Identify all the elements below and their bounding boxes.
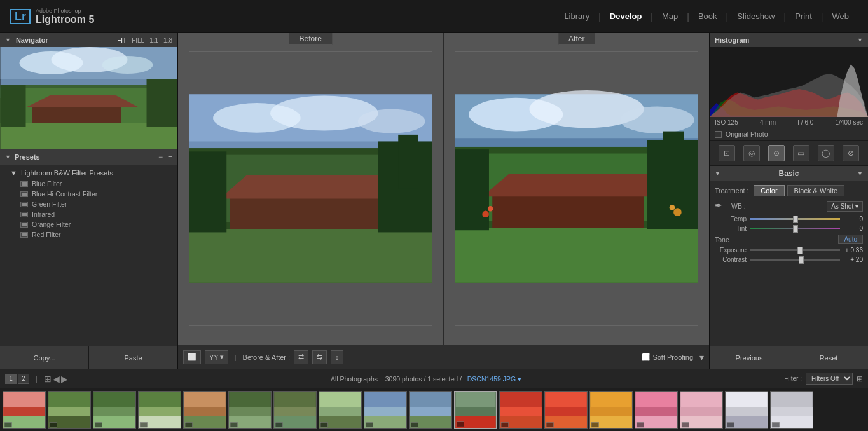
preset-orange-filter[interactable]: Orange Filter	[0, 219, 177, 229]
filmstrip-thumb-6[interactable]	[273, 391, 317, 429]
preset-group-label: Lightroom B&W Filter Presets	[21, 169, 113, 177]
navigator-collapse-icon[interactable]: ▼	[5, 37, 11, 43]
svg-rect-11	[147, 79, 177, 127]
svg-point-17	[357, 109, 425, 133]
app-name-container: Adobe Photoshop Lightroom 5	[36, 8, 94, 25]
filmstrip-thumb-5[interactable]	[228, 391, 272, 429]
filmstrip-thumb-16[interactable]	[725, 391, 768, 429]
swap-btn[interactable]: ⇄	[294, 350, 308, 364]
filmstrip-thumb-15[interactable]	[680, 391, 723, 429]
basic-collapse-icon[interactable]: ▼	[715, 170, 720, 177]
filter-dropdown[interactable]: Filters Off	[806, 373, 853, 385]
color-btn[interactable]: Color	[754, 185, 784, 196]
svg-rect-72	[275, 422, 283, 427]
filmstrip-thumb-2[interactable]	[93, 391, 136, 429]
view-loupe-btn[interactable]: ⬜	[183, 350, 201, 364]
basic-content: Treatment : Color Black & White ✒ WB : A…	[710, 181, 868, 270]
filmstrip-thumb-7[interactable]	[319, 391, 362, 429]
filmstrip-thumb-12[interactable]	[544, 391, 588, 429]
crop-tool[interactable]: ⊡	[719, 145, 735, 161]
filmstrip-thumb-11[interactable]	[499, 391, 542, 429]
copy-settings-btn[interactable]: ⇆	[312, 350, 327, 364]
filmstrip-thumb-10[interactable]	[454, 391, 497, 429]
toolbar-dropdown-btn[interactable]: ▾	[699, 352, 704, 362]
page-2[interactable]: 2	[18, 374, 29, 384]
preset-blue-filter[interactable]: Blue Filter	[0, 179, 177, 189]
nav-library[interactable]: Library	[555, 9, 598, 24]
auto-btn[interactable]: Auto	[838, 235, 863, 244]
page-1[interactable]: 1	[5, 374, 17, 384]
nav-slideshow[interactable]: Slideshow	[728, 9, 783, 24]
histogram-collapse-icon[interactable]: ▼	[857, 37, 863, 43]
temp-label: Temp	[715, 216, 747, 222]
copy-button[interactable]: Copy...	[0, 346, 88, 369]
preset-infrared[interactable]: Infrared	[0, 209, 177, 219]
soft-proofing-checkbox[interactable]	[642, 353, 650, 361]
filmstrip-thumb-1[interactable]	[48, 391, 91, 429]
presets-plus-btn[interactable]: +	[168, 153, 172, 161]
view-yy-btn[interactable]: YY ▾	[205, 350, 228, 364]
filmstrip-thumb-0[interactable]	[3, 391, 46, 429]
nav-print[interactable]: Print	[786, 9, 821, 24]
graduated-filter-tool[interactable]: ▭	[793, 145, 809, 161]
adjustment-brush-tool[interactable]: ⊘	[843, 145, 859, 161]
paste-button[interactable]: Paste	[88, 346, 177, 369]
filmstrip-thumb-14[interactable]	[635, 391, 678, 429]
svg-rect-84	[411, 422, 418, 427]
filmstrip-thumb-4[interactable]	[183, 391, 226, 429]
tint-thumb[interactable]	[793, 225, 798, 233]
nav-develop[interactable]: Develop	[601, 9, 651, 24]
red-eye-tool[interactable]: ⊙	[768, 145, 785, 161]
spot-removal-tool[interactable]: ◎	[743, 145, 760, 161]
filmstrip-thumb-3[interactable]	[138, 391, 181, 429]
temp-thumb[interactable]	[793, 216, 798, 223]
presets-minus-btn[interactable]: −	[158, 153, 163, 161]
preset-blue-hi-contrast[interactable]: Blue Hi-Contrast Filter	[0, 189, 177, 199]
contrast-slider[interactable]	[750, 259, 840, 261]
temp-slider[interactable]	[750, 218, 840, 220]
nav-map[interactable]: Map	[653, 9, 687, 24]
zoom-fill[interactable]: FILL	[132, 37, 144, 44]
nav-book[interactable]: Book	[689, 9, 726, 24]
reset-button[interactable]: Reset	[789, 346, 868, 369]
filmstrip-thumb-9[interactable]	[409, 391, 452, 429]
bw-btn[interactable]: Black & White	[787, 185, 844, 196]
contrast-row: Contrast + 20	[715, 256, 863, 263]
wb-dropper[interactable]: ✒	[715, 200, 726, 212]
filter-icon[interactable]: ⊞	[857, 374, 863, 383]
filmstrip-thumb-13[interactable]	[589, 391, 633, 429]
radial-filter-tool[interactable]: ◯	[818, 145, 834, 161]
previous-button[interactable]: Previous	[710, 346, 789, 369]
preset-red-filter[interactable]: Red Filter	[0, 229, 177, 240]
filmstrip-info: All Photographs 3090 photos / 1 selected…	[73, 375, 779, 383]
filmstrip-thumb-17[interactable]	[770, 391, 813, 429]
filmstrip-thumbs	[0, 388, 868, 431]
contrast-thumb[interactable]	[799, 256, 804, 264]
tint-row: Tint 0	[715, 225, 863, 232]
filmstrip-thumb-8[interactable]	[364, 391, 407, 429]
basic-header: ▼ Basic ▼	[710, 166, 868, 181]
tint-slider[interactable]	[750, 228, 840, 229]
grid-view-btn[interactable]: ⊞	[44, 374, 52, 384]
wb-dropdown[interactable]: As Shot ▾	[827, 201, 863, 212]
wb-row: ✒ WB : As Shot ▾	[715, 200, 863, 212]
basic-options-icon[interactable]: ▼	[857, 170, 863, 177]
zoom-1-8[interactable]: 1:8	[163, 37, 172, 44]
prev-arrow[interactable]: ◀	[53, 374, 60, 384]
presets-collapse-icon[interactable]: ▼	[5, 154, 11, 160]
zoom-1-1[interactable]: 1:1	[149, 37, 158, 44]
preset-green-filter[interactable]: Green Filter	[0, 199, 177, 209]
preset-icon	[20, 222, 28, 228]
file-dropdown-icon[interactable]: ▾	[518, 375, 521, 383]
zoom-fit[interactable]: FIT	[117, 37, 127, 44]
original-photo-checkbox[interactable]	[715, 131, 722, 138]
next-arrow[interactable]: ▶	[61, 374, 68, 384]
exposure-row: Exposure + 0,36	[715, 247, 863, 254]
svg-rect-104	[637, 422, 644, 427]
preset-group-header[interactable]: ▼ Lightroom B&W Filter Presets	[0, 167, 177, 179]
nav-web[interactable]: Web	[823, 9, 858, 24]
rotate-btn[interactable]: ↕	[331, 350, 343, 364]
exposure-thumb[interactable]	[797, 247, 803, 254]
svg-rect-10	[1, 85, 26, 127]
exposure-slider[interactable]	[750, 249, 840, 251]
